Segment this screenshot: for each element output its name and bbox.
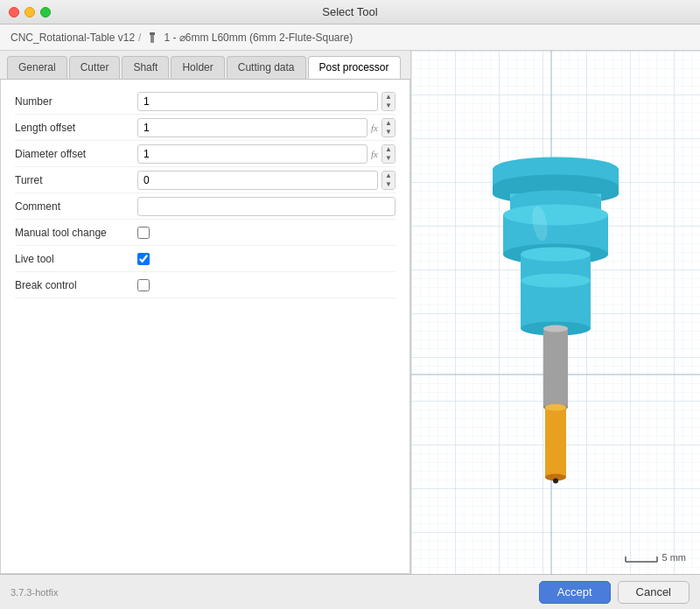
tab-cutter[interactable]: Cutter xyxy=(69,56,121,79)
label-live-tool: Live tool xyxy=(15,253,137,265)
spinner-turret-down[interactable]: ▼ xyxy=(382,180,395,189)
label-diameter-offset: Diameter offset xyxy=(15,148,137,160)
field-comment: Comment xyxy=(15,193,396,220)
checkbox-manual-tool-change[interactable] xyxy=(137,227,150,239)
checkbox-live-tool[interactable] xyxy=(137,253,150,265)
svg-point-25 xyxy=(543,326,568,332)
traffic-lights xyxy=(9,7,51,18)
tool-preview-panel: 5 mm xyxy=(411,51,700,574)
control-comment xyxy=(137,197,396,216)
cancel-button[interactable]: Cancel xyxy=(618,581,690,604)
input-diameter-offset[interactable] xyxy=(137,144,368,164)
svg-rect-24 xyxy=(543,329,568,408)
scale-label-text: 5 mm xyxy=(662,552,687,563)
input-turret[interactable] xyxy=(137,171,378,190)
tab-holder[interactable]: Holder xyxy=(171,56,224,79)
field-length-offset: Length offset fx ▲ ▼ xyxy=(15,115,396,141)
breadcrumb-part1: CNC_Rotational-Table v12 xyxy=(10,32,135,44)
version-label: 3.7.3-hotfix xyxy=(10,587,58,598)
input-number[interactable] xyxy=(137,92,378,111)
tab-shaft[interactable]: Shaft xyxy=(122,56,169,79)
svg-rect-21 xyxy=(521,281,591,329)
control-turret: ▲ ▼ xyxy=(137,171,396,190)
spinner-turret-up[interactable]: ▲ xyxy=(382,172,395,180)
label-number: Number xyxy=(15,95,137,108)
tab-cutting-data[interactable]: Cutting data xyxy=(227,56,306,79)
spinner-diameter-offset[interactable]: ▲ ▼ xyxy=(382,144,396,164)
spinner-number-down[interactable]: ▼ xyxy=(382,102,395,110)
scale-indicator: 5 mm xyxy=(624,551,687,564)
breadcrumb-sep: / xyxy=(138,32,141,44)
spinner-number-up[interactable]: ▲ xyxy=(382,93,395,102)
label-length-offset: Length offset xyxy=(15,122,137,134)
label-comment: Comment xyxy=(15,200,137,213)
main-layout: General Cutter Shaft Holder Cutting data… xyxy=(0,51,700,574)
accept-button[interactable]: Accept xyxy=(539,581,611,604)
control-live-tool xyxy=(137,253,396,265)
breadcrumb-part2: 1 - ⌀6mm L60mm (6mm 2-Flute-Square) xyxy=(164,32,353,44)
control-length-offset: fx ▲ ▼ xyxy=(137,118,396,137)
breadcrumb: CNC_Rotational-Table v12 / 1 - ⌀6mm L60m… xyxy=(0,24,700,51)
input-length-offset[interactable] xyxy=(137,118,368,137)
svg-rect-1 xyxy=(150,32,155,35)
close-button[interactable] xyxy=(9,7,19,18)
spinner-length-offset-down[interactable]: ▼ xyxy=(382,128,395,136)
tab-bar: General Cutter Shaft Holder Cutting data… xyxy=(0,51,410,80)
spinner-diameter-offset-down[interactable]: ▼ xyxy=(382,154,395,163)
spinner-diameter-offset-up[interactable]: ▲ xyxy=(382,145,395,154)
tool-3d-illustration xyxy=(477,136,634,489)
field-break-control: Break control xyxy=(15,272,396,298)
label-turret: Turret xyxy=(15,174,137,186)
control-break-control xyxy=(137,279,396,291)
fx-icon-length: fx xyxy=(371,122,378,133)
footer: 3.7.3-hotfix Accept Cancel xyxy=(0,574,700,609)
svg-point-28 xyxy=(545,404,566,411)
control-diameter-offset: fx ▲ ▼ xyxy=(137,144,396,164)
tool-icon xyxy=(144,30,160,46)
field-diameter-offset: Diameter offset fx ▲ ▼ xyxy=(15,141,396,167)
spinner-length-offset[interactable]: ▲ ▼ xyxy=(382,118,396,137)
fx-icon-diameter: fx xyxy=(371,149,378,159)
field-live-tool: Live tool xyxy=(15,246,396,272)
form-area: Number ▲ ▼ Length offset fx ▲ xyxy=(0,80,410,574)
input-comment[interactable] xyxy=(137,197,396,216)
minimize-button[interactable] xyxy=(24,7,35,18)
spinner-length-offset-up[interactable]: ▲ xyxy=(382,119,395,128)
control-number: ▲ ▼ xyxy=(137,92,396,111)
title-bar: Select Tool xyxy=(0,0,700,24)
tab-post-processor[interactable]: Post processor xyxy=(308,56,401,79)
spinner-turret[interactable]: ▲ ▼ xyxy=(382,171,396,190)
tab-general[interactable]: General xyxy=(7,56,67,79)
svg-rect-27 xyxy=(545,408,566,478)
field-number: Number ▲ ▼ xyxy=(15,88,396,115)
svg-point-19 xyxy=(521,248,591,262)
spinner-number[interactable]: ▲ ▼ xyxy=(382,92,396,111)
window-title: Select Tool xyxy=(322,5,377,18)
svg-point-30 xyxy=(553,479,558,484)
checkbox-break-control[interactable] xyxy=(137,279,150,291)
field-turret: Turret ▲ ▼ xyxy=(15,167,396,193)
label-manual-tool-change: Manual tool change xyxy=(15,227,137,239)
label-break-control: Break control xyxy=(15,279,137,291)
svg-point-16 xyxy=(503,205,608,226)
field-manual-tool-change: Manual tool change xyxy=(15,220,396,246)
left-panel: General Cutter Shaft Holder Cutting data… xyxy=(0,51,411,574)
maximize-button[interactable] xyxy=(40,7,51,18)
footer-buttons: Accept Cancel xyxy=(539,581,690,604)
svg-point-22 xyxy=(521,274,591,288)
control-manual-tool-change xyxy=(137,227,396,239)
